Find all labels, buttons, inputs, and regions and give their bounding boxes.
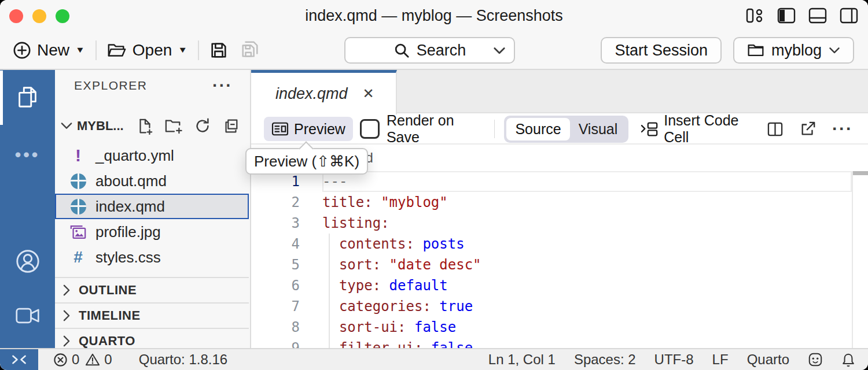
warnings-count: 0	[104, 352, 112, 368]
workspace-switcher-button[interactable]: myblog	[733, 37, 854, 64]
encoding-status[interactable]: UTF-8	[654, 352, 694, 368]
workspace-name-label: myblog	[771, 42, 822, 60]
open-in-new-window-icon[interactable]	[800, 121, 816, 137]
image-file-icon	[69, 224, 87, 240]
line-number: 2	[251, 192, 300, 213]
new-file-icon[interactable]	[136, 117, 153, 135]
tab-index-qmd[interactable]: index.qmd ✕	[251, 70, 397, 114]
file-name: profile.jpg	[95, 223, 161, 241]
toggle-bottom-panel-icon[interactable]	[808, 7, 827, 24]
warning-icon	[85, 353, 100, 367]
search-chevron-down-icon[interactable]	[493, 47, 506, 55]
explorer-more-actions-icon[interactable]: ···	[212, 76, 233, 95]
quarto-version-status[interactable]: Quarto: 1.8.16	[139, 352, 227, 368]
line-number: 8	[251, 317, 300, 338]
code-line[interactable]: filter-ui: false	[322, 338, 473, 348]
workspace-chevron-down-icon	[829, 47, 840, 54]
file-name: _quarto.yml	[95, 147, 174, 165]
file-row-about-qmd[interactable]: about.qmd	[55, 168, 249, 194]
explorer-view-icon[interactable]	[0, 84, 55, 110]
open-folder-icon[interactable]	[107, 42, 127, 59]
section-label: OUTLINE	[79, 283, 137, 298]
file-row-styles-css[interactable]: # styles.css	[55, 245, 249, 270]
video-camera-icon[interactable]	[0, 306, 55, 325]
search-icon	[393, 42, 410, 58]
errors-status[interactable]: 0	[53, 352, 79, 368]
preview-button[interactable]: Preview	[264, 117, 353, 141]
cursor-position-status[interactable]: Ln 1, Col 1	[488, 352, 556, 368]
sidebar-section-quarto[interactable]: QUARTO	[55, 328, 249, 348]
code-editor[interactable]: 123456789 ---title: "myblog"listing: con…	[251, 171, 868, 348]
new-folder-icon[interactable]	[164, 117, 183, 135]
section-label: QUARTO	[79, 334, 135, 348]
close-tab-icon[interactable]: ✕	[363, 86, 374, 102]
code-line[interactable]: categories: true	[322, 296, 473, 317]
code-line[interactable]: sort: "date desc"	[322, 254, 481, 275]
css-file-icon: #	[69, 248, 87, 267]
editor-more-actions-icon[interactable]: ···	[832, 119, 853, 139]
toolbar-divider	[95, 40, 97, 60]
chevron-right-icon	[63, 335, 71, 347]
code-line[interactable]: type: default	[322, 275, 448, 296]
overview-ruler-border	[852, 171, 853, 348]
new-file-plus-icon[interactable]	[13, 41, 31, 60]
file-list: ! _quarto.yml about.qmd index.qmd profil…	[55, 143, 249, 270]
file-row-index-qmd[interactable]: index.qmd	[55, 194, 249, 219]
customize-layout-icon[interactable]	[745, 7, 765, 24]
file-name: index.qmd	[95, 198, 165, 216]
remote-indicator[interactable]	[0, 349, 38, 370]
sidebar-section-outline[interactable]: OUTLINE	[55, 277, 249, 302]
insert-code-cell-button[interactable]: Insert Code Cell	[640, 112, 760, 146]
insert-code-cell-label: Insert Code Cell	[664, 112, 760, 146]
file-row-quarto-yml[interactable]: ! _quarto.yml	[55, 143, 249, 168]
open-button[interactable]: Open	[133, 41, 172, 60]
workspace-folder-icon	[747, 43, 764, 58]
toggle-left-sidebar-icon[interactable]	[777, 7, 796, 24]
start-session-button[interactable]: Start Session	[601, 37, 722, 64]
collapse-all-icon[interactable]	[222, 117, 240, 135]
account-icon[interactable]	[0, 248, 55, 275]
quarto-file-icon	[69, 199, 87, 214]
workspace-section-header[interactable]: MYBL...	[55, 113, 250, 139]
indentation-status[interactable]: Spaces: 2	[574, 352, 636, 368]
window-controls	[9, 9, 69, 23]
code-line[interactable]: title: "myblog"	[322, 192, 448, 213]
editor-pane: index.qmd ✕ Preview Render on Save Sourc…	[251, 70, 868, 348]
code-line[interactable]: sort-ui: false	[322, 317, 456, 338]
code-line[interactable]: listing:	[322, 213, 389, 234]
visual-mode-button[interactable]: Visual	[570, 118, 627, 140]
preview-label: Preview	[294, 121, 345, 138]
line-number: 5	[251, 254, 300, 275]
yaml-file-icon: !	[69, 146, 87, 165]
refresh-icon[interactable]	[194, 117, 211, 135]
language-mode-status[interactable]: Quarto	[747, 352, 789, 368]
sidebar-section-timeline[interactable]: TIMELINE	[55, 302, 249, 328]
open-dropdown-caret-icon[interactable]: ▼	[178, 46, 187, 56]
close-window-button[interactable]	[9, 9, 23, 23]
tab-bar: index.qmd ✕	[251, 70, 868, 113]
eol-status[interactable]: LF	[712, 352, 729, 368]
preview-tooltip: Preview (⇧⌘K)	[245, 148, 368, 175]
chevron-down-icon	[61, 122, 72, 130]
save-icon[interactable]	[209, 41, 228, 60]
zoom-window-button[interactable]	[56, 9, 69, 23]
save-all-icon[interactable]	[240, 40, 260, 60]
start-session-label: Start Session	[615, 42, 708, 60]
file-row-profile-jpg[interactable]: profile.jpg	[55, 219, 249, 245]
code-line[interactable]: contents: posts	[322, 234, 465, 254]
toggle-right-sidebar-icon[interactable]	[839, 7, 859, 24]
new-dropdown-caret-icon[interactable]: ▼	[75, 46, 85, 56]
minimize-window-button[interactable]	[32, 9, 46, 23]
warnings-status[interactable]: 0	[85, 352, 112, 368]
top-toolbar: New ▼ Open ▼ Search Start Session myblog	[0, 32, 868, 70]
source-mode-button[interactable]: Source	[506, 118, 569, 140]
feedback-smiley-icon[interactable]	[808, 352, 823, 367]
split-editor-icon[interactable]	[767, 121, 784, 137]
search-input[interactable]: Search	[344, 37, 515, 64]
activity-bar-more-icon[interactable]: •••	[0, 145, 55, 165]
new-button[interactable]: New	[37, 41, 69, 60]
status-bar: 0 0 Quarto: 1.8.16 Ln 1, Col 1 Spaces: 2…	[0, 348, 868, 370]
chevron-right-icon	[63, 310, 71, 321]
notifications-bell-icon[interactable]	[841, 352, 855, 367]
render-on-save-checkbox[interactable]	[360, 119, 380, 139]
